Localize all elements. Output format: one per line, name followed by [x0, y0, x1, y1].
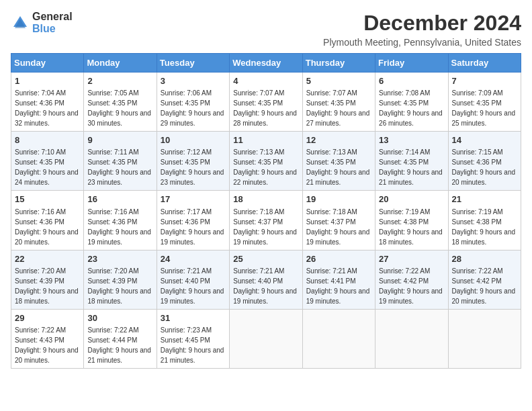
day-cell: 26 Sunrise: 7:21 AMSunset: 4:41 PMDaylig…	[302, 250, 375, 309]
day-number: 23	[87, 253, 152, 265]
day-info: Sunrise: 7:13 AMSunset: 4:35 PMDaylight:…	[306, 148, 370, 186]
day-number: 5	[306, 75, 371, 87]
day-number: 4	[233, 75, 298, 87]
header-cell-thursday: Thursday	[302, 54, 375, 73]
day-info: Sunrise: 7:19 AMSunset: 4:38 PMDaylight:…	[452, 208, 516, 246]
day-info: Sunrise: 7:14 AMSunset: 4:35 PMDaylight:…	[379, 148, 443, 186]
header-cell-sunday: Sunday	[11, 54, 84, 73]
day-number: 18	[233, 193, 298, 205]
day-cell: 22 Sunrise: 7:20 AMSunset: 4:39 PMDaylig…	[11, 250, 84, 309]
day-info: Sunrise: 7:16 AMSunset: 4:36 PMDaylight:…	[87, 208, 151, 246]
week-row-3: 15 Sunrise: 7:16 AMSunset: 4:36 PMDaylig…	[11, 191, 521, 250]
day-cell	[375, 309, 448, 368]
header: General Blue December 2024 Plymouth Meet…	[11, 11, 521, 48]
calendar-table: SundayMondayTuesdayWednesdayThursdayFrid…	[11, 53, 521, 369]
day-cell: 13 Sunrise: 7:14 AMSunset: 4:35 PMDaylig…	[375, 132, 448, 191]
day-info: Sunrise: 7:10 AMSunset: 4:35 PMDaylight:…	[15, 148, 79, 186]
day-cell: 8 Sunrise: 7:10 AMSunset: 4:35 PMDayligh…	[11, 132, 84, 191]
day-number: 15	[15, 193, 80, 205]
day-cell: 23 Sunrise: 7:20 AMSunset: 4:39 PMDaylig…	[84, 250, 157, 309]
day-cell: 11 Sunrise: 7:13 AMSunset: 4:35 PMDaylig…	[230, 132, 302, 191]
day-cell: 25 Sunrise: 7:21 AMSunset: 4:40 PMDaylig…	[230, 250, 302, 309]
week-row-5: 29 Sunrise: 7:22 AMSunset: 4:43 PMDaylig…	[11, 309, 521, 368]
header-cell-saturday: Saturday	[448, 54, 521, 73]
day-cell: 18 Sunrise: 7:18 AMSunset: 4:37 PMDaylig…	[230, 191, 302, 250]
day-cell: 1 Sunrise: 7:04 AMSunset: 4:36 PMDayligh…	[11, 73, 84, 132]
day-info: Sunrise: 7:08 AMSunset: 4:35 PMDaylight:…	[379, 89, 443, 127]
week-row-1: 1 Sunrise: 7:04 AMSunset: 4:36 PMDayligh…	[11, 73, 521, 132]
logo-icon	[11, 13, 30, 32]
day-cell: 20 Sunrise: 7:19 AMSunset: 4:38 PMDaylig…	[375, 191, 448, 250]
day-info: Sunrise: 7:19 AMSunset: 4:38 PMDaylight:…	[379, 208, 443, 246]
day-info: Sunrise: 7:12 AMSunset: 4:35 PMDaylight:…	[161, 148, 224, 186]
day-number: 16	[87, 193, 152, 205]
day-cell: 17 Sunrise: 7:17 AMSunset: 4:36 PMDaylig…	[157, 191, 229, 250]
day-number: 13	[379, 134, 444, 146]
week-row-4: 22 Sunrise: 7:20 AMSunset: 4:39 PMDaylig…	[11, 250, 521, 309]
header-cell-tuesday: Tuesday	[157, 54, 229, 73]
day-number: 20	[379, 193, 444, 205]
day-info: Sunrise: 7:18 AMSunset: 4:37 PMDaylight:…	[233, 208, 297, 246]
day-cell: 10 Sunrise: 7:12 AMSunset: 4:35 PMDaylig…	[157, 132, 229, 191]
day-cell: 16 Sunrise: 7:16 AMSunset: 4:36 PMDaylig…	[84, 191, 157, 250]
day-cell: 2 Sunrise: 7:05 AMSunset: 4:35 PMDayligh…	[84, 73, 157, 132]
day-info: Sunrise: 7:09 AMSunset: 4:35 PMDaylight:…	[452, 89, 516, 127]
day-info: Sunrise: 7:22 AMSunset: 4:44 PMDaylight:…	[87, 326, 151, 364]
day-number: 27	[379, 253, 444, 265]
day-info: Sunrise: 7:22 AMSunset: 4:42 PMDaylight:…	[379, 267, 443, 305]
day-number: 17	[161, 193, 226, 205]
day-number: 12	[306, 134, 371, 146]
day-number: 8	[15, 134, 80, 146]
location-title: Plymouth Meeting, Pennsylvania, United S…	[323, 37, 521, 48]
day-cell: 9 Sunrise: 7:11 AMSunset: 4:35 PMDayligh…	[84, 132, 157, 191]
logo: General Blue	[11, 11, 73, 34]
day-cell: 21 Sunrise: 7:19 AMSunset: 4:38 PMDaylig…	[448, 191, 521, 250]
day-info: Sunrise: 7:07 AMSunset: 4:35 PMDaylight:…	[233, 89, 297, 127]
day-cell	[448, 309, 521, 368]
day-cell: 6 Sunrise: 7:08 AMSunset: 4:35 PMDayligh…	[375, 73, 448, 132]
day-number: 9	[87, 134, 152, 146]
day-number: 6	[379, 75, 444, 87]
day-cell: 30 Sunrise: 7:22 AMSunset: 4:44 PMDaylig…	[84, 309, 157, 368]
day-info: Sunrise: 7:06 AMSunset: 4:35 PMDaylight:…	[161, 89, 224, 127]
day-cell: 28 Sunrise: 7:22 AMSunset: 4:42 PMDaylig…	[448, 250, 521, 309]
day-number: 11	[233, 134, 298, 146]
day-number: 19	[306, 193, 371, 205]
day-info: Sunrise: 7:23 AMSunset: 4:45 PMDaylight:…	[161, 326, 224, 364]
day-info: Sunrise: 7:18 AMSunset: 4:37 PMDaylight:…	[306, 208, 370, 246]
day-info: Sunrise: 7:05 AMSunset: 4:35 PMDaylight:…	[87, 89, 151, 127]
day-cell: 4 Sunrise: 7:07 AMSunset: 4:35 PMDayligh…	[230, 73, 302, 132]
day-number: 1	[15, 75, 80, 87]
title-area: December 2024 Plymouth Meeting, Pennsylv…	[323, 11, 521, 48]
day-info: Sunrise: 7:22 AMSunset: 4:43 PMDaylight:…	[15, 326, 79, 364]
day-number: 31	[161, 312, 226, 324]
day-info: Sunrise: 7:07 AMSunset: 4:35 PMDaylight:…	[306, 89, 370, 127]
day-info: Sunrise: 7:04 AMSunset: 4:36 PMDaylight:…	[15, 89, 79, 127]
day-number: 28	[452, 253, 517, 265]
day-info: Sunrise: 7:20 AMSunset: 4:39 PMDaylight:…	[15, 267, 79, 305]
day-number: 14	[452, 134, 517, 146]
header-cell-friday: Friday	[375, 54, 448, 73]
day-info: Sunrise: 7:21 AMSunset: 4:41 PMDaylight:…	[306, 267, 370, 305]
day-info: Sunrise: 7:21 AMSunset: 4:40 PMDaylight:…	[233, 267, 297, 305]
day-cell: 31 Sunrise: 7:23 AMSunset: 4:45 PMDaylig…	[157, 309, 229, 368]
day-cell: 5 Sunrise: 7:07 AMSunset: 4:35 PMDayligh…	[302, 73, 375, 132]
header-cell-wednesday: Wednesday	[230, 54, 302, 73]
day-cell: 19 Sunrise: 7:18 AMSunset: 4:37 PMDaylig…	[302, 191, 375, 250]
logo-general: General	[32, 11, 73, 23]
day-cell: 15 Sunrise: 7:16 AMSunset: 4:36 PMDaylig…	[11, 191, 84, 250]
day-info: Sunrise: 7:16 AMSunset: 4:36 PMDaylight:…	[15, 208, 79, 246]
day-number: 22	[15, 253, 80, 265]
day-number: 26	[306, 253, 371, 265]
day-number: 21	[452, 193, 517, 205]
day-number: 7	[452, 75, 517, 87]
day-cell: 14 Sunrise: 7:15 AMSunset: 4:36 PMDaylig…	[448, 132, 521, 191]
day-cell: 3 Sunrise: 7:06 AMSunset: 4:35 PMDayligh…	[157, 73, 229, 132]
day-cell	[230, 309, 302, 368]
day-info: Sunrise: 7:13 AMSunset: 4:35 PMDaylight:…	[233, 148, 297, 186]
day-info: Sunrise: 7:17 AMSunset: 4:36 PMDaylight:…	[161, 208, 224, 246]
day-number: 30	[87, 312, 152, 324]
day-cell: 24 Sunrise: 7:21 AMSunset: 4:40 PMDaylig…	[157, 250, 229, 309]
day-number: 10	[161, 134, 226, 146]
day-cell: 29 Sunrise: 7:22 AMSunset: 4:43 PMDaylig…	[11, 309, 84, 368]
